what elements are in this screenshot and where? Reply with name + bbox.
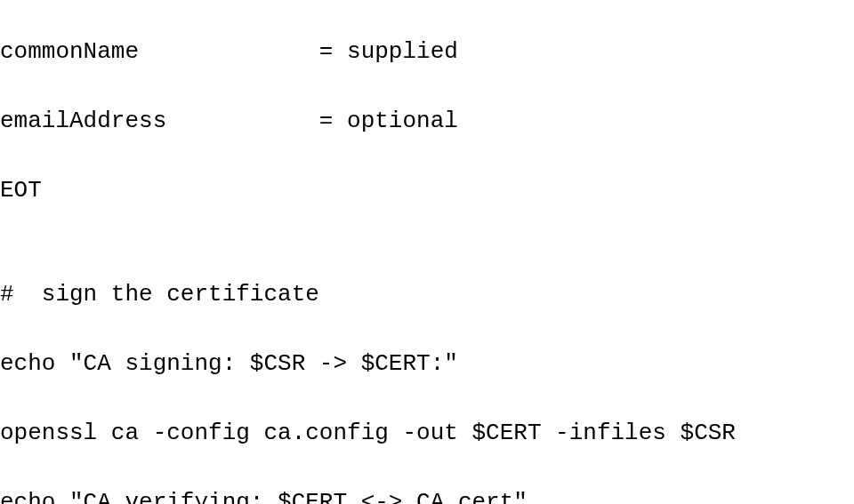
code-block: commonName = supplied emailAddress = opt… [0, 0, 854, 504]
code-line: commonName = supplied [0, 35, 854, 69]
code-line: # sign the certificate [0, 277, 854, 312]
code-line: echo "CA signing: $CSR -> $CERT:" [0, 347, 854, 381]
code-line: echo "CA verifying: $CERT <-> CA cert" [0, 485, 854, 504]
code-line: openssl ca -config ca.config -out $CERT … [0, 416, 854, 451]
code-line: emailAddress = optional [0, 104, 854, 139]
code-line: EOT [0, 173, 854, 208]
